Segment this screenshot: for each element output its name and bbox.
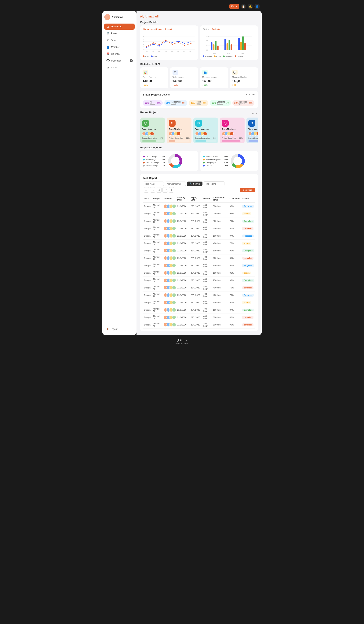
project-members-1: +1 [169, 132, 190, 136]
legend-progress: Progress [203, 55, 212, 57]
sidebar-item-label: Member [111, 46, 119, 49]
sidebar-item-messages[interactable]: 💬 Messages 8 [104, 58, 135, 64]
table-row: Design Ahmad Ali 22/1/2020 22/1/2020 400… [143, 277, 255, 284]
nav-prev-arrow[interactable]: ← [251, 112, 254, 115]
sidebar-item-label: Dashboard [111, 25, 122, 28]
grid-icon[interactable]: ⊞ [169, 187, 174, 193]
cell-member [162, 247, 176, 255]
projects-scroll: ⬡ Team Members +17 Project Completion 67… [140, 118, 258, 143]
table-row: Design Ahmad Ali 22/1/2020 22/1/2020 400… [143, 291, 255, 299]
cell-starting: 22/1/2020 [176, 321, 190, 329]
cell-task: Design [143, 240, 152, 247]
cell-evaluation: 95% [228, 255, 241, 262]
table-row: Design Ahmad Ali 22/1/2020 22/1/2020 400… [143, 217, 255, 225]
table-row: Design Ahmad Ali 22/1/2020 22/1/2020 400… [143, 321, 255, 329]
logout-button[interactable]: 🚪 Logout [104, 326, 135, 332]
member-count-1: +1 [177, 132, 181, 136]
sidebar-item-calendar[interactable]: 📅 Calendar [104, 51, 135, 57]
stat-icon-project: 📊 [143, 70, 148, 75]
project-icon-2: ✉ [195, 120, 202, 127]
sort-desc-icon[interactable]: ↓↑ [156, 187, 161, 193]
project-card-3[interactable]: ⬡ Team Members +2 Project Completion 90% [220, 118, 245, 143]
stat-value-3: 140,00 [232, 79, 256, 83]
progress-label-0: Project Completion 67% [142, 137, 163, 139]
stat-value-2: 140,00 [202, 79, 226, 83]
nav-next-arrow[interactable]: → [255, 112, 258, 115]
cell-member [162, 255, 176, 262]
sort-asc-icon[interactable]: ↑↓ [150, 187, 155, 193]
stat-value-0: 140,00 [143, 79, 166, 83]
cell-evaluation: 40% [228, 314, 241, 321]
cell-task: Design [143, 247, 152, 255]
status-change-4: + 20% [248, 102, 252, 104]
user-icon-button[interactable]: 👤 [254, 4, 260, 9]
status-pct-0: 90% [145, 102, 149, 104]
sidebar-item-dashboard[interactable]: ⊞ Dashboard [104, 24, 135, 30]
search-button[interactable]: 🔍 Search [187, 182, 203, 186]
col-period: Period [202, 195, 212, 203]
status-change-1: -10% [182, 102, 185, 104]
stat-project-number: 📊 Project Number 140,00 ↑ 22% [140, 67, 168, 88]
cell-period: 400 hour [202, 291, 212, 299]
project-card-1[interactable]: G Team Members +1 Project Completion 32% [167, 118, 191, 143]
progress-bg-3 [222, 140, 243, 141]
cell-manager: Ahmad Ali [152, 299, 162, 306]
sidebar-item-project[interactable]: 📋 Project [104, 30, 135, 36]
member-name-input[interactable] [165, 182, 186, 186]
table-row: Design Ahmad Ali 22/1/2020 22/1/2020 400… [143, 299, 255, 306]
stat-change-0: ↑ 22% [143, 84, 166, 86]
task-name-filter[interactable]: Task Name ⬆ [204, 181, 225, 186]
project-card-0[interactable]: ⬡ Team Members +17 Project Completion 67… [140, 118, 165, 143]
lang-button[interactable]: EN ▼ [229, 4, 239, 9]
cell-evaluation: 97% [228, 232, 241, 240]
categories-card-left: Ux Ui Design 35% Web Design 20% Graphic … [140, 151, 198, 171]
project-card-2[interactable]: ✉ Team Members +10 Project Completion 54… [193, 118, 218, 143]
cell-task: Design [143, 232, 152, 240]
cell-starting: 22/1/2020 [176, 210, 190, 217]
cell-expiry: 22/1/2020 [190, 291, 202, 299]
columns-icon[interactable]: ⋮⋮ [162, 187, 168, 193]
stat-message-number: 💬 Massege Number 140,00 ↑ 22% [230, 67, 258, 88]
cell-task: Design [143, 262, 152, 269]
table-row: Design Ahmad Ali 22/1/2020 22/1/2020 400… [143, 240, 255, 247]
cell-task: Design [143, 203, 152, 210]
sidebar-item-setting[interactable]: ⚙ Setting [104, 65, 135, 71]
see-more-button[interactable]: See More [240, 188, 255, 192]
svg-text:2019: 2019 [213, 52, 217, 54]
bell-icon-button[interactable]: 🔔 [248, 4, 253, 9]
project-card-4[interactable]: G Team Members +1 Project Completion 50% [247, 118, 258, 143]
line-chart-legend: 2020 2021 [143, 55, 195, 57]
project-icon-0: ⬡ [142, 120, 149, 127]
cell-status: Progress [241, 262, 255, 269]
bar-chart-area: 100 80 60 20 2019 [203, 32, 255, 55]
cell-member [162, 299, 176, 306]
cell-manager: Ahmad Ali [152, 321, 162, 329]
cell-starting: 22/1/2020 [176, 277, 190, 284]
sidebar-item-label: Messages [111, 59, 121, 62]
cell-completion: 150 hour [212, 269, 228, 277]
svg-rect-57 [244, 43, 246, 50]
sidebar-item-member[interactable]: 👤 Member [104, 44, 135, 50]
stat-icon-message: 💬 [232, 70, 238, 75]
cell-status: spoon [241, 210, 255, 217]
sidebar-item-task[interactable]: ☑ Task [104, 37, 135, 43]
copy-icon-button[interactable]: 📋 [241, 4, 246, 9]
cell-task: Design [143, 225, 152, 232]
cell-manager: Ahmad Ali [152, 269, 162, 277]
nav-arrows: ← → [251, 112, 258, 115]
svg-text:2021: 2021 [241, 52, 244, 54]
cell-period: 400 hour [202, 203, 212, 210]
projects-label: Projects [212, 28, 220, 30]
table-row: Design Ahmad Ali 22/1/2020 22/1/2020 400… [143, 284, 255, 291]
stat-label-1: Tasks Number [173, 76, 196, 78]
filter-icon-1[interactable]: ☰ [144, 187, 149, 193]
col-expiry: Expiry Date [190, 195, 202, 203]
task-name-input[interactable] [143, 182, 164, 186]
project-details-title: Project Detiels [140, 21, 258, 24]
cell-completion: 250 hour [212, 277, 228, 284]
status-projects-title: Status Projects Detiels [143, 93, 170, 96]
task-table-body: Design Ahmad Ali 22/1/2020 22/1/2020 400… [143, 203, 255, 329]
svg-rect-47 [217, 46, 218, 50]
cell-manager: Ahmad Ali [152, 210, 162, 217]
chevron-down-icon: ▼ [235, 5, 237, 8]
